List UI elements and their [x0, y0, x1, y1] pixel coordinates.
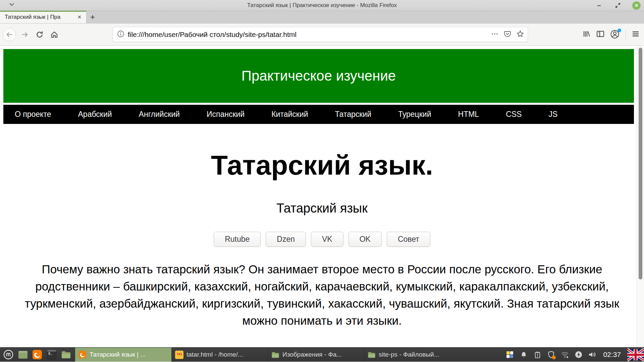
- minimize-icon[interactable]: [595, 1, 603, 10]
- button-dzen[interactable]: Dzen: [266, 232, 306, 247]
- nav-item-about[interactable]: О проекте: [15, 110, 51, 119]
- button-rutube[interactable]: Rutube: [214, 232, 261, 247]
- task-label: tatar.html - /home/...: [186, 351, 243, 358]
- site-nav: О проекте Арабский Английский Испанский …: [3, 105, 634, 124]
- toolbar-separator: [626, 30, 626, 40]
- update-manager-icon[interactable]: [533, 350, 542, 359]
- account-notification-dot: [618, 29, 621, 32]
- toolbar-right-icons: [582, 30, 640, 40]
- network-offline-icon[interactable]: [560, 350, 569, 359]
- url-bar[interactable]: file:///home/user/Рабочий стол/study/sit…: [113, 27, 528, 42]
- tab-tatar-page[interactable]: Татарский язык | Пра ✕: [0, 11, 87, 23]
- taskbar-task-firefox[interactable]: Татарский язык | ...: [75, 348, 171, 362]
- page-viewport: Практическое изучение О проекте Арабский…: [0, 46, 644, 347]
- firefox-launcher[interactable]: [32, 349, 43, 360]
- social-buttons-row: Rutube Dzen VK OK Совет: [0, 232, 644, 247]
- power-manager-icon[interactable]: [574, 350, 583, 359]
- taskbar: $_ Татарский язык | ... tatar.ht: [0, 347, 644, 362]
- nav-item-chinese[interactable]: Китайский: [271, 110, 308, 119]
- library-icon[interactable]: [582, 30, 591, 40]
- site-banner-title: Практическое изучение: [241, 68, 396, 84]
- nav-item-css[interactable]: CSS: [506, 110, 522, 119]
- window-controls: ✕: [595, 0, 641, 11]
- page-actions: [491, 30, 524, 39]
- pocket-icon[interactable]: [503, 30, 512, 39]
- taskbar-task-images-folder[interactable]: Изображения - Фа...: [268, 348, 364, 362]
- report-tool-icon[interactable]: [505, 350, 514, 359]
- mint-menu-button[interactable]: [3, 349, 14, 360]
- folder-icon: [61, 350, 71, 359]
- button-vk[interactable]: VK: [311, 232, 343, 247]
- back-button[interactable]: [3, 28, 16, 41]
- tab-title: Татарский язык | Пра: [5, 14, 76, 20]
- page-title: Татарский язык.: [0, 149, 644, 182]
- task-label: Изображения - Фа...: [282, 351, 342, 358]
- files-launcher[interactable]: [60, 349, 72, 360]
- nav-item-js[interactable]: JS: [548, 110, 557, 119]
- maximize-icon[interactable]: [613, 1, 622, 10]
- taskbar-launchers: $_: [0, 348, 75, 362]
- active-tab-stripe: [0, 11, 86, 12]
- bookmark-star-icon[interactable]: [516, 30, 524, 39]
- task-label: site-ps - Файловый...: [379, 351, 439, 358]
- terminal-icon: $_: [47, 350, 56, 359]
- window-title: Татарский язык | Практическое изучение -…: [0, 2, 644, 9]
- home-button[interactable]: [48, 28, 61, 41]
- taskbar-task-text-editor[interactable]: tatar.html - /home/...: [171, 348, 268, 362]
- tab-bar: Татарский язык | Пра ✕ +: [0, 11, 644, 24]
- forward-button[interactable]: [18, 28, 32, 41]
- shield-alert-badge: [552, 356, 556, 359]
- volume-icon[interactable]: [588, 350, 597, 359]
- nav-item-tatar[interactable]: Татарский: [335, 110, 371, 119]
- reload-button[interactable]: [33, 28, 46, 41]
- show-desktop-button[interactable]: [17, 349, 29, 360]
- button-sovet[interactable]: Совет: [387, 232, 430, 247]
- taskbar-task-siteps-folder[interactable]: site-ps - Файловый...: [364, 348, 460, 362]
- close-icon[interactable]: ✕: [632, 1, 641, 10]
- keyboard-layout-flag-icon[interactable]: [627, 348, 644, 362]
- nav-item-arabic[interactable]: Арабский: [78, 110, 112, 119]
- window-titlebar: Татарский язык | Практическое изучение -…: [0, 0, 644, 11]
- page-subtitle: Татарский язык: [0, 201, 644, 216]
- folder-icon: [271, 351, 279, 358]
- system-tray: 02:37: [505, 348, 644, 362]
- folder-icon: [368, 351, 376, 358]
- new-tab-button[interactable]: +: [87, 11, 99, 23]
- desktop-icon: [18, 351, 28, 359]
- nav-item-html[interactable]: HTML: [458, 110, 479, 119]
- page-scrollbar[interactable]: [637, 46, 644, 347]
- terminal-launcher[interactable]: $_: [46, 349, 57, 360]
- url-text[interactable]: file:///home/user/Рабочий стол/study/sit…: [128, 31, 491, 39]
- nav-item-turkish[interactable]: Турецкий: [398, 110, 431, 119]
- button-ok[interactable]: OK: [348, 232, 382, 247]
- browser-toolbar: file:///home/user/Рабочий стол/study/sit…: [0, 24, 644, 46]
- task-label: Татарский язык | ...: [90, 351, 146, 358]
- menu-hamburger-icon[interactable]: [631, 30, 640, 40]
- screen: Татарский язык | Практическое изучение -…: [0, 0, 644, 362]
- clock[interactable]: 02:37: [603, 351, 621, 359]
- text-editor-icon: [175, 351, 183, 359]
- nav-item-english[interactable]: Английский: [139, 110, 180, 119]
- account-icon[interactable]: [610, 30, 620, 40]
- sidebar-icon[interactable]: [596, 30, 605, 40]
- site-info-icon[interactable]: [117, 30, 124, 39]
- page-actions-icon[interactable]: [491, 30, 499, 39]
- scrollbar-thumb[interactable]: [639, 48, 642, 279]
- firefox-icon: [78, 351, 87, 359]
- site-banner: Практическое изучение: [3, 49, 634, 103]
- firewall-shield-icon[interactable]: [547, 350, 555, 359]
- intro-paragraph: Почему важно знать татарский язык? Он за…: [17, 261, 627, 329]
- notifications-bell-icon[interactable]: [519, 350, 528, 359]
- nav-item-spanish[interactable]: Испанский: [207, 110, 245, 119]
- tab-close-icon[interactable]: ✕: [76, 13, 83, 21]
